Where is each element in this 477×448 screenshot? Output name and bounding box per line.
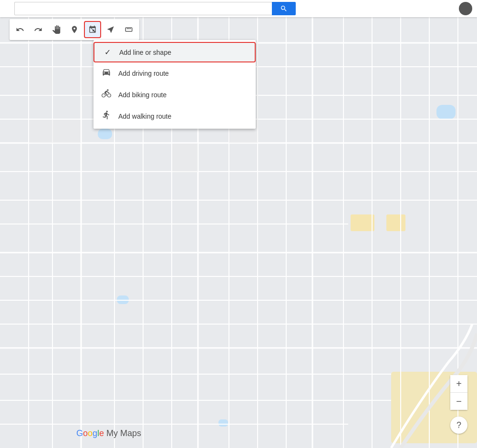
menu-item-biking-route[interactable]: Add biking route: [93, 84, 256, 105]
route-icon: [106, 25, 115, 34]
measure-button[interactable]: [120, 21, 137, 38]
pan-button[interactable]: [48, 21, 65, 38]
svg-rect-3: [218, 419, 228, 427]
svg-rect-1: [436, 105, 456, 119]
zoom-in-button[interactable]: +: [450, 375, 467, 392]
dropdown-menu: ✓ Add line or shape Add driving route Ad…: [93, 40, 256, 129]
pin-icon: [70, 25, 79, 34]
line-shape-button[interactable]: [84, 21, 101, 38]
g-letter-o1: o: [83, 428, 88, 438]
google-brand: Google: [76, 428, 106, 438]
g-letter-g2: g: [93, 428, 97, 438]
svg-rect-40: [29, 120, 81, 143]
top-bar: [0, 0, 477, 17]
mymaps-brand: My Maps: [106, 428, 141, 438]
redo-icon: [34, 25, 42, 34]
help-label: ?: [456, 420, 461, 430]
zoom-in-label: +: [456, 378, 462, 389]
menu-item-line-shape[interactable]: ✓ Add line or shape: [93, 42, 256, 62]
menu-item-driving-route[interactable]: Add driving route: [93, 62, 256, 84]
g-letter-o2: o: [88, 428, 93, 438]
check-icon: ✓: [102, 48, 113, 57]
undo-button[interactable]: [11, 21, 29, 38]
branding: Google My Maps: [76, 428, 141, 438]
svg-rect-39: [29, 67, 52, 95]
avatar[interactable]: [459, 2, 472, 15]
pan-icon: [52, 25, 61, 34]
line-shape-icon: [88, 25, 97, 34]
redo-button[interactable]: [30, 21, 47, 38]
pin-button[interactable]: [66, 21, 83, 38]
search-icon: [280, 5, 288, 12]
menu-item-biking-route-label: Add biking route: [118, 91, 166, 99]
undo-icon: [16, 25, 24, 34]
search-button[interactable]: [272, 2, 296, 15]
svg-rect-4: [351, 214, 374, 231]
menu-item-walking-route-label: Add walking route: [118, 112, 171, 120]
route-button[interactable]: [102, 21, 119, 38]
toolbar: [10, 19, 139, 40]
menu-item-driving-route-label: Add driving route: [118, 70, 169, 77]
search-input[interactable]: [14, 2, 272, 15]
measure-icon: [124, 25, 133, 34]
walk-icon: [101, 110, 112, 122]
svg-rect-42: [172, 143, 198, 172]
menu-item-walking-route[interactable]: Add walking route: [93, 105, 256, 127]
g-letter-e: e: [99, 428, 104, 438]
zoom-out-label: −: [456, 396, 462, 407]
svg-rect-5: [386, 214, 405, 231]
help-button[interactable]: ?: [450, 417, 467, 434]
car-icon: [101, 67, 112, 79]
bike-icon: [101, 89, 112, 101]
g-letter-g: G: [76, 428, 83, 438]
zoom-controls: + −: [450, 375, 467, 410]
svg-rect-0: [98, 129, 112, 139]
zoom-out-button[interactable]: −: [450, 393, 467, 410]
menu-item-line-shape-label: Add line or shape: [119, 49, 171, 56]
